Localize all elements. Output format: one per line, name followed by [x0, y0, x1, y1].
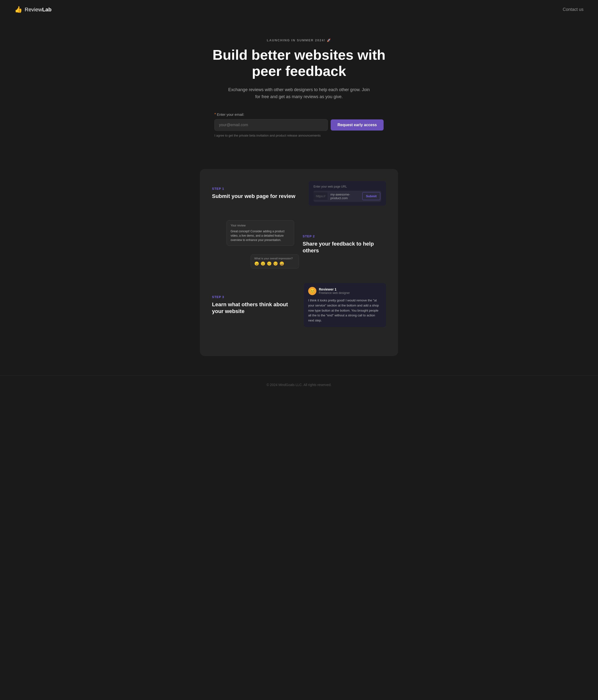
- emoji-4[interactable]: 😊: [273, 261, 278, 266]
- emoji-row: 😠 😟 😐 😊 😄: [254, 261, 295, 266]
- logo-icon: 👍: [15, 6, 22, 13]
- review-textarea-mockup: Your review Great concept! Consider addi…: [226, 220, 294, 246]
- impression-question: What is your overall impression?: [254, 257, 295, 260]
- review-mockup-wrapper: Your review Great concept! Consider addi…: [212, 220, 295, 269]
- step1-block: STEP 1 Submit your web page for review E…: [212, 181, 386, 206]
- step2-block: STEP 2 Share your feedback to help other…: [212, 220, 386, 269]
- step3-text: STEP 3 Learn what others think about you…: [212, 295, 303, 315]
- step2-label: STEP 2: [303, 234, 386, 238]
- step1-title: Submit your web page for review: [212, 193, 295, 200]
- consent-text: I agree to get the private beta invitati…: [215, 134, 383, 137]
- url-mockup: Enter your web page URL https:// my-awes…: [309, 181, 386, 206]
- reviewer-role: Freelance web designer: [319, 291, 350, 295]
- launch-badge: LAUNCHING IN SUMMER 2024! 🚀: [200, 39, 398, 42]
- reviewer-avatar: 😊: [308, 287, 317, 295]
- url-prefix: https://: [314, 193, 328, 200]
- impression-mockup: What is your overall impression? 😠 😟 😐 😊…: [251, 254, 299, 269]
- reviewer-card: 😊 Reviewer 1 Freelance web designer I th…: [304, 283, 386, 327]
- logo-text: ReviewLab: [25, 6, 51, 13]
- review-textarea-text: Great concept! Consider adding a product…: [231, 229, 290, 242]
- email-input[interactable]: [215, 119, 328, 131]
- logo-lab-text: Lab: [42, 6, 51, 12]
- demo-section: STEP 1 Submit your web page for review E…: [190, 169, 408, 356]
- review-textarea-label: Your review: [231, 224, 290, 227]
- footer: © 2024 MindGoals LLC. All rights reserve…: [0, 375, 598, 394]
- email-form: * Enter your email: Request early access…: [215, 112, 383, 137]
- url-submit-button[interactable]: Submit: [362, 192, 380, 200]
- step2-visual: Your review Great concept! Consider addi…: [212, 220, 295, 269]
- emoji-1[interactable]: 😠: [254, 261, 259, 266]
- demo-card: STEP 1 Submit your web page for review E…: [200, 169, 398, 356]
- reviewer-comment: I think it looks pretty good! I would re…: [308, 298, 382, 323]
- url-mockup-label: Enter your web page URL: [314, 185, 381, 188]
- hero-title: Build better websites with peer feedback: [200, 47, 398, 79]
- emoji-2[interactable]: 😟: [260, 261, 266, 266]
- hero-section: LAUNCHING IN SUMMER 2024! 🚀 Build better…: [190, 19, 408, 152]
- step1-text: STEP 1 Submit your web page for review: [212, 187, 303, 200]
- hero-subtitle: Exchange reviews with other web designer…: [226, 86, 372, 100]
- reviewer-header: 😊 Reviewer 1 Freelance web designer: [308, 287, 382, 295]
- step3-title: Learn what others think about your websi…: [212, 301, 295, 315]
- emoji-5[interactable]: 😄: [279, 261, 284, 266]
- email-label: * Enter your email:: [215, 112, 383, 117]
- footer-text: © 2024 MindGoals LLC. All rights reserve…: [267, 383, 332, 387]
- cta-button[interactable]: Request early access: [331, 119, 383, 130]
- step3-visual: 😊 Reviewer 1 Freelance web designer I th…: [303, 283, 386, 327]
- step1-visual: Enter your web page URL https:// my-awes…: [303, 181, 386, 206]
- reviewer-name: Reviewer 1: [319, 288, 350, 291]
- step2-title: Share your feedback to help others: [303, 241, 386, 254]
- emoji-3[interactable]: 😐: [267, 261, 272, 266]
- url-input-row: https:// my-awesome-product.com Submit: [314, 191, 381, 202]
- step3-label: STEP 3: [212, 295, 295, 299]
- contact-us-link[interactable]: Contact us: [563, 7, 583, 12]
- reviewer-info: Reviewer 1 Freelance web designer: [319, 288, 350, 295]
- step1-label: STEP 1: [212, 187, 295, 191]
- url-value: my-awesome-product.com: [328, 191, 362, 202]
- required-asterisk: *: [215, 112, 216, 117]
- step3-block: STEP 3 Learn what others think about you…: [212, 283, 386, 327]
- email-row: Request early access: [215, 119, 383, 131]
- logo-review-text: Review: [25, 6, 42, 12]
- email-label-text: Enter your email:: [217, 112, 244, 117]
- step2-text: STEP 2 Share your feedback to help other…: [295, 234, 386, 254]
- logo: 👍 ReviewLab: [15, 6, 51, 13]
